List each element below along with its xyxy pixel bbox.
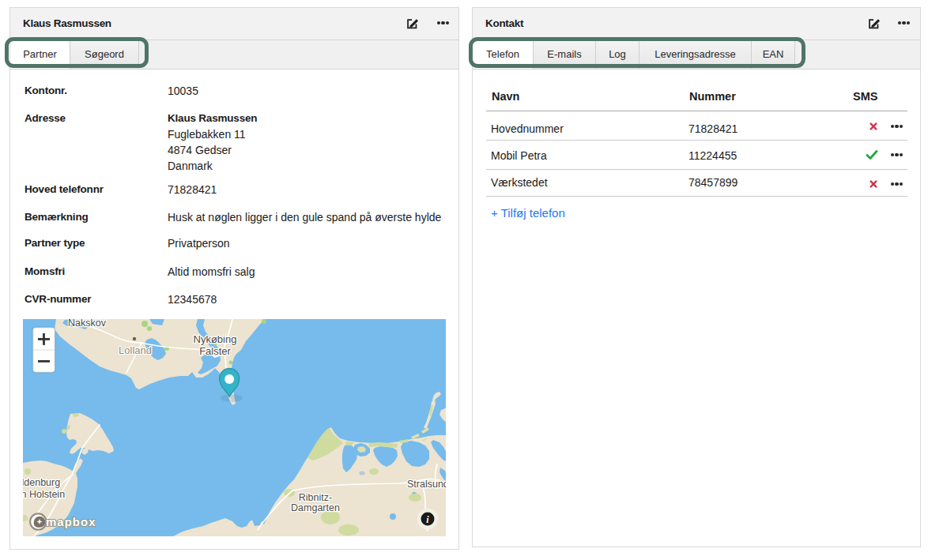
svg-text:Damgarten: Damgarten — [291, 502, 340, 513]
svg-text:Nakskov: Nakskov — [68, 319, 107, 329]
svg-text:Nykøbing: Nykøbing — [194, 333, 237, 345]
svg-text:Ribnitz-: Ribnitz- — [299, 492, 332, 503]
svg-text:mapbox: mapbox — [46, 515, 96, 528]
svg-text:Falster: Falster — [199, 345, 231, 357]
svg-text:Lolland: Lolland — [119, 344, 152, 356]
svg-text:n Holstein: n Holstein — [23, 489, 65, 500]
svg-text:Stralsund: Stralsund — [407, 479, 446, 490]
svg-text:ldenburg: ldenburg — [23, 477, 60, 488]
